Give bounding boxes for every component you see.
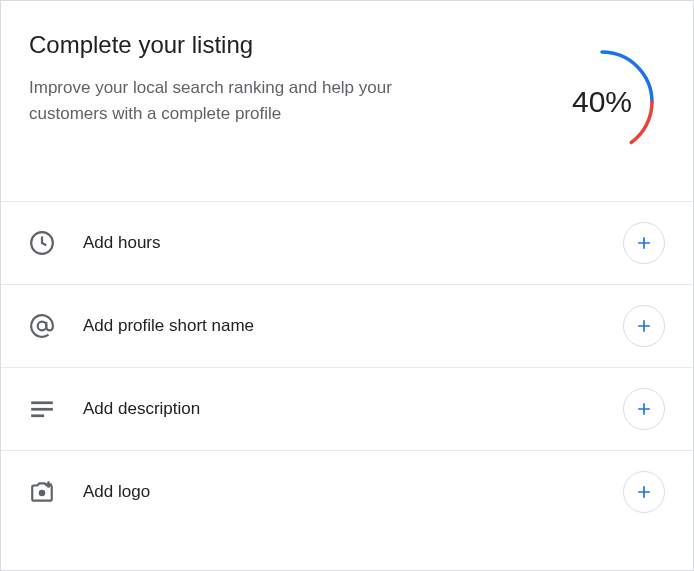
card-header: Complete your listing Improve your local… (1, 1, 693, 181)
item-label: Add hours (83, 233, 623, 253)
header-text: Complete your listing Improve your local… (29, 31, 547, 126)
progress-circle: 40% (547, 47, 657, 157)
svg-rect-5 (31, 408, 53, 411)
svg-point-7 (39, 490, 46, 497)
item-add-short-name[interactable]: Add profile short name (1, 285, 693, 368)
card-title: Complete your listing (29, 31, 527, 59)
svg-rect-4 (31, 401, 53, 404)
complete-listing-card: Complete your listing Improve your local… (0, 0, 694, 571)
item-label: Add profile short name (83, 316, 623, 336)
progress-percent: 40% (572, 85, 632, 119)
add-short-name-button[interactable] (623, 305, 665, 347)
at-icon (29, 313, 55, 339)
card-subtitle: Improve your local search ranking and he… (29, 75, 449, 126)
description-icon (29, 396, 55, 422)
svg-rect-6 (31, 414, 44, 417)
add-logo-button[interactable] (623, 471, 665, 513)
camera-plus-icon (29, 479, 55, 505)
item-label: Add description (83, 399, 623, 419)
svg-point-3 (38, 322, 47, 331)
item-label: Add logo (83, 482, 623, 502)
items-list: Add hours Add profile short name (1, 201, 693, 533)
item-add-logo[interactable]: Add logo (1, 451, 693, 533)
item-add-description[interactable]: Add description (1, 368, 693, 451)
add-hours-button[interactable] (623, 222, 665, 264)
add-description-button[interactable] (623, 388, 665, 430)
item-add-hours[interactable]: Add hours (1, 202, 693, 285)
clock-icon (29, 230, 55, 256)
